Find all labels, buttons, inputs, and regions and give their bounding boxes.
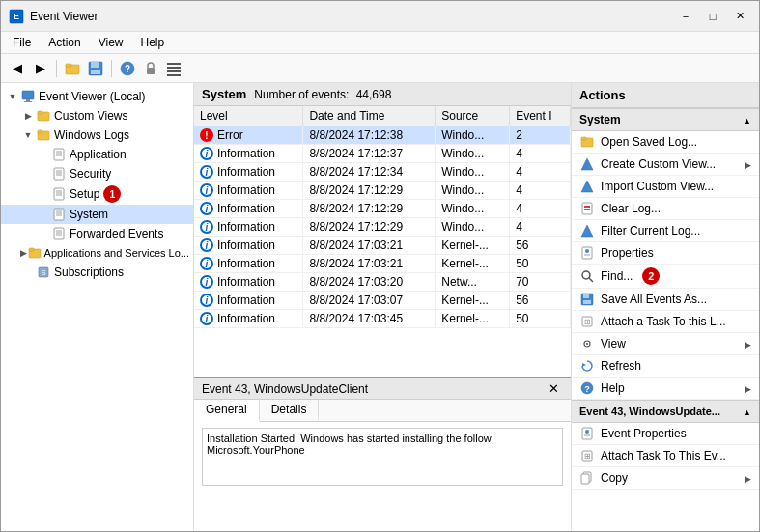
error-icon: !: [200, 128, 213, 142]
sidebar-item-subscriptions[interactable]: S Subscriptions: [1, 263, 193, 282]
sidebar-item-setup[interactable]: Setup 1: [1, 183, 193, 205]
sidebar-item-security[interactable]: Security: [1, 164, 193, 183]
close-button[interactable]: ✕: [728, 7, 751, 26]
table-row[interactable]: iInformation8/8/2024 17:12:29Windo...4: [194, 218, 571, 237]
row-datetime: 8/8/2024 17:12:29: [303, 218, 436, 237]
minimize-button[interactable]: −: [674, 7, 697, 26]
menu-help[interactable]: Help: [133, 34, 173, 51]
action-clear-log[interactable]: Clear Log...: [572, 198, 759, 220]
level-text: Error: [217, 128, 243, 142]
sidebar-item-asl-label: Applications and Services Lo...: [44, 247, 189, 259]
event-viewer-window: E Event Viewer − □ ✕ File Action View He…: [0, 0, 760, 532]
row-eventid: 4: [510, 200, 571, 218]
table-row[interactable]: iInformation8/8/2024 17:03:45Kernel-...5…: [194, 310, 571, 328]
list-button[interactable]: [163, 58, 184, 79]
svg-marker-52: [581, 225, 593, 237]
table-row[interactable]: !Error8/8/2024 17:12:38Windo...2: [194, 126, 571, 145]
annotation-1: 1: [103, 185, 121, 203]
table-row[interactable]: iInformation8/8/2024 17:03:21Kernel-...5…: [194, 237, 571, 255]
back-button[interactable]: ◀: [7, 58, 28, 79]
arrow-icon-copy: [745, 473, 751, 484]
sidebar-item-custom-views[interactable]: ▶ Custom Views: [1, 106, 193, 126]
action-attach-task-log[interactable]: ⊞ Attach a Task To this L...: [572, 311, 759, 333]
close-detail-button[interactable]: ✕: [545, 381, 563, 396]
table-row[interactable]: iInformation8/8/2024 17:12:37Windo...4: [194, 145, 571, 163]
action-properties-label: Properties: [601, 246, 654, 260]
row-level: iInformation: [194, 182, 303, 200]
table-row[interactable]: iInformation8/8/2024 17:03:21Kernel-...5…: [194, 255, 571, 273]
row-level: iInformation: [194, 292, 303, 310]
log-count-label: Number of events: 44,698: [254, 88, 391, 101]
sidebar-item-system[interactable]: System: [1, 205, 193, 224]
action-create-custom-view[interactable]: Create Custom View...: [572, 154, 759, 176]
open-button[interactable]: [62, 58, 83, 79]
action-view[interactable]: View: [572, 333, 759, 355]
info-icon: i: [200, 275, 213, 289]
action-find[interactable]: Find... 2: [572, 265, 759, 289]
row-datetime: 8/8/2024 17:03:07: [303, 292, 436, 310]
maximize-button[interactable]: □: [701, 7, 724, 26]
svg-marker-48: [581, 181, 593, 192]
lock-button[interactable]: [140, 58, 161, 79]
window-title: Event Viewer: [30, 10, 98, 23]
tab-general[interactable]: General: [194, 400, 260, 422]
menu-action[interactable]: Action: [41, 34, 88, 51]
action-open-saved-log[interactable]: Open Saved Log...: [572, 131, 759, 154]
sidebar-item-application[interactable]: Application: [1, 145, 193, 164]
save-button[interactable]: [85, 58, 106, 79]
actions-section-system[interactable]: System: [572, 108, 759, 131]
table-row[interactable]: iInformation8/8/2024 17:12:34Windo...4: [194, 163, 571, 182]
create-cv-icon: [579, 156, 595, 172]
row-eventid: 2: [510, 126, 571, 145]
table-row[interactable]: iInformation8/8/2024 17:12:29Windo...4: [194, 200, 571, 218]
info-icon: i: [200, 147, 213, 160]
action-help[interactable]: ? Help: [572, 378, 759, 400]
row-eventid: 4: [510, 145, 571, 163]
row-datetime: 8/8/2024 17:03:21: [303, 237, 436, 255]
chevron-up-icon: [743, 113, 751, 126]
svg-marker-65: [582, 363, 586, 367]
info-icon: i: [200, 183, 213, 197]
event-props-icon: [579, 426, 595, 441]
actions-section-event43[interactable]: Event 43, WindowsUpdate...: [572, 400, 759, 423]
svg-rect-3: [66, 64, 71, 67]
action-refresh[interactable]: Refresh: [572, 355, 759, 378]
action-copy[interactable]: Copy: [572, 467, 759, 490]
action-event-properties[interactable]: Event Properties: [572, 423, 759, 445]
table-row[interactable]: iInformation8/8/2024 17:03:20Netw...70: [194, 273, 571, 292]
sidebar-item-root-label: Event Viewer (Local): [39, 90, 146, 103]
detail-content: Installation Started: Windows has starte…: [194, 422, 571, 531]
action-import-cv-label: Import Custom View...: [601, 180, 714, 193]
expander-icon-asl: ▶: [20, 248, 28, 258]
annotation-2: 2: [642, 267, 660, 285]
sidebar-item-root[interactable]: ▼ Event Viewer (Local): [1, 87, 193, 106]
import-cv-icon: [579, 179, 595, 194]
row-datetime: 8/8/2024 17:03:20: [303, 273, 436, 292]
menu-view[interactable]: View: [91, 34, 131, 51]
table-row[interactable]: iInformation8/8/2024 17:03:07Kernel-...5…: [194, 292, 571, 310]
svg-rect-18: [38, 111, 42, 114]
forward-button[interactable]: ▶: [30, 58, 51, 79]
toolbar-separator-2: [111, 60, 112, 77]
svg-text:E: E: [14, 12, 19, 21]
folder-icon-asl: [28, 245, 42, 261]
action-event-properties-label: Event Properties: [601, 427, 687, 440]
sidebar-item-windows-logs[interactable]: ▼ Windows Logs: [1, 126, 193, 145]
action-save-all-events[interactable]: Save All Events As...: [572, 289, 759, 311]
sidebar-item-app-services[interactable]: ▶ Applications and Services Lo...: [1, 243, 193, 263]
menu-file[interactable]: File: [5, 34, 39, 51]
action-filter-log[interactable]: Filter Current Log...: [572, 220, 759, 242]
svg-rect-10: [167, 63, 181, 65]
table-row[interactable]: iInformation8/8/2024 17:12:29Windo...4: [194, 182, 571, 200]
table-header: Level Date and Time Source Event I: [194, 106, 571, 126]
tab-details[interactable]: Details: [260, 400, 320, 421]
refresh-icon: [579, 358, 595, 374]
sidebar-item-forwarded[interactable]: Forwarded Events: [1, 224, 193, 243]
svg-rect-59: [583, 294, 589, 298]
action-import-custom-view[interactable]: Import Custom View...: [572, 176, 759, 198]
action-properties[interactable]: Properties: [572, 242, 759, 265]
svg-rect-5: [91, 62, 99, 68]
sidebar-item-forwarded-label: Forwarded Events: [70, 227, 163, 240]
help-toolbar-button[interactable]: ?: [117, 58, 138, 79]
action-attach-task-event[interactable]: ⊞ Attach Task To This Ev...: [572, 445, 759, 467]
